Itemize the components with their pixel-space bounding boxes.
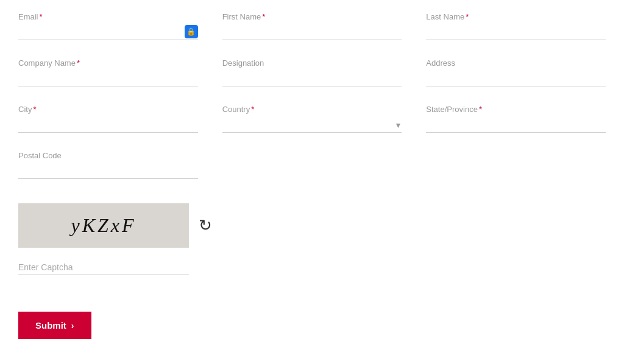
first-name-required: * [262,12,265,21]
first-name-input[interactable] [222,25,402,40]
state-province-label: State/Province * [426,105,606,114]
email-wrapper: 🔒 [18,25,198,40]
country-select[interactable]: United States United Kingdom Canada Aust… [222,117,402,133]
last-name-field-container: Last Name * [426,12,606,40]
submit-section: Submit › [18,293,606,339]
captcha-image-box: yKZxF [18,203,189,248]
company-name-input[interactable] [18,71,198,86]
email-input[interactable] [18,25,198,40]
company-name-label: Company Name * [18,58,198,68]
country-label: Country * [222,105,402,114]
submit-label: Submit [35,320,66,331]
empty-cell-1 [222,151,402,179]
state-province-input[interactable] [426,117,606,133]
last-name-required: * [466,12,469,21]
city-required: * [33,105,36,114]
postal-code-label: Postal Code [18,151,198,160]
captcha-section: yKZxF ↻ [18,203,347,275]
country-select-wrapper: United States United Kingdom Canada Aust… [222,117,402,133]
submit-button[interactable]: Submit › [18,312,91,339]
city-field-container: City * [18,105,198,133]
refresh-captcha-button[interactable]: ↻ [199,216,212,235]
state-province-field-container: State/Province * [426,105,606,133]
first-name-label: First Name * [222,12,402,21]
registration-form: Email * 🔒 First Name * Last Name * Compa… [18,12,606,339]
captcha-input[interactable] [18,260,189,275]
designation-input[interactable] [222,71,402,86]
country-required: * [251,105,254,114]
city-input[interactable] [18,117,198,133]
address-field-container: Address [426,58,606,86]
captcha-row: yKZxF ↻ [18,203,347,248]
designation-label: Designation [222,58,402,68]
postal-code-field-container: Postal Code [18,151,198,179]
country-field-container: Country * United States United Kingdom C… [222,105,402,133]
state-province-required: * [479,105,482,114]
captcha-text: yKZxF [71,214,136,237]
submit-arrow-icon: › [71,321,74,331]
last-name-label: Last Name * [426,12,606,21]
first-name-field-container: First Name * [222,12,402,40]
email-label: Email * [18,12,198,21]
designation-field-container: Designation [222,58,402,86]
email-field-container: Email * 🔒 [18,12,198,40]
address-label: Address [426,58,606,68]
lock-icon: 🔒 [185,25,198,38]
postal-code-input[interactable] [18,164,198,179]
company-name-field-container: Company Name * [18,58,198,86]
company-name-required: * [77,58,80,68]
address-input[interactable] [426,71,606,86]
city-label: City * [18,105,198,114]
empty-cell-2 [426,151,606,179]
last-name-input[interactable] [426,25,606,40]
email-required: * [40,12,43,21]
